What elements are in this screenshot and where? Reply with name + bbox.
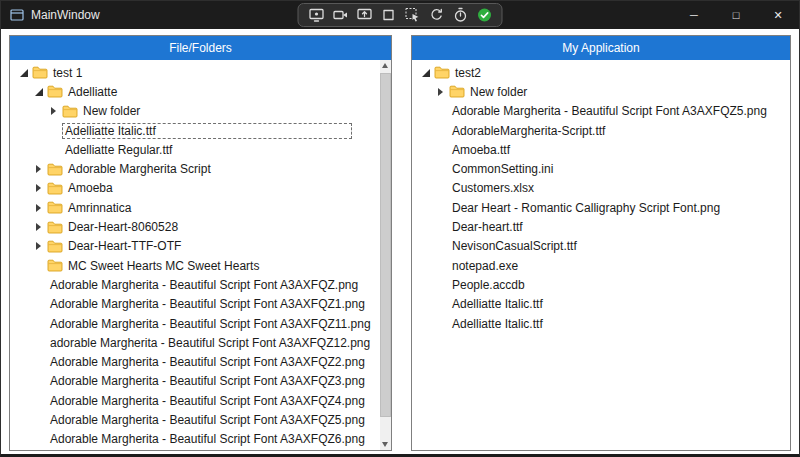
tree-item-folder[interactable]: Adelliatte	[10, 82, 380, 101]
tree-item-file[interactable]: CommonSetting.ini	[412, 159, 790, 178]
tree-item-label: Adorable Margherita - Beautiful Script F…	[449, 103, 770, 119]
tree-item-label: Adelliatte Regular.ttf	[62, 142, 175, 158]
region-select-icon[interactable]	[402, 5, 423, 25]
folder-icon	[434, 66, 452, 79]
display-share-icon[interactable]	[354, 5, 375, 25]
tree-item-file[interactable]: Amoeba.ttf	[412, 140, 790, 159]
tree-item-file[interactable]: Adelliatte Italic.ttf	[412, 295, 790, 314]
tree-item-file[interactable]: Adorable Margherita - Beautiful Script F…	[10, 410, 380, 429]
tree-item-file[interactable]: Adelliatte Italic.ttf	[412, 314, 790, 333]
window-title: MainWindow	[31, 8, 100, 22]
expander-spacer	[33, 356, 47, 368]
window-controls: ─ □ ✕	[673, 1, 799, 29]
tree-item-file[interactable]: Customers.xlsx	[412, 179, 790, 198]
tree-item-file[interactable]: Dear Heart - Romantic Calligraphy Script…	[412, 198, 790, 217]
expander-spacer	[33, 395, 47, 407]
stop-icon[interactable]	[378, 5, 399, 25]
expander-closed-icon[interactable]	[33, 240, 47, 252]
expander-closed-icon[interactable]	[33, 182, 47, 194]
scroll-down-button[interactable]	[380, 439, 391, 450]
expander-spacer	[48, 125, 62, 137]
tree-item-file[interactable]: Dear-heart.ttf	[412, 217, 790, 236]
expander-spacer	[33, 298, 47, 310]
tree-item-file[interactable]: People.accdb	[412, 275, 790, 294]
expander-open-icon[interactable]	[33, 86, 47, 98]
tree-item-folder[interactable]: test2	[412, 63, 790, 82]
tree-item-label: Dear-heart.ttf	[449, 219, 526, 235]
done-check-icon[interactable]	[474, 5, 495, 25]
expander-spacer	[435, 144, 449, 156]
app-icon	[10, 8, 24, 22]
tree-item-label: New folder	[80, 103, 143, 119]
tree-item-file[interactable]: Adorable Margherita - Beautiful Script F…	[10, 295, 380, 314]
my-application-header: My Application	[412, 36, 790, 60]
folder-icon	[47, 163, 65, 176]
tree-item-file[interactable]: Adorable Margherita - Beautiful Script F…	[10, 275, 380, 294]
expander-spacer	[435, 202, 449, 214]
expander-spacer	[435, 125, 449, 137]
close-button[interactable]: ✕	[757, 1, 799, 29]
maximize-button[interactable]: □	[715, 1, 757, 29]
refresh-icon[interactable]	[426, 5, 447, 25]
window-content: File/Folders test 1 Adelliatte New folde…	[1, 29, 799, 455]
tree-item-folder[interactable]: test 1	[10, 63, 380, 82]
tree-item-folder[interactable]: Adorable Margherita Script	[10, 159, 380, 178]
expander-open-icon[interactable]	[18, 67, 32, 79]
folder-icon	[62, 105, 80, 118]
tree-item-file[interactable]: Adorable Margherita - Beautiful Script F…	[10, 352, 380, 371]
tree-item-label: Adorable Margherita Script	[65, 161, 214, 177]
tree-item-file[interactable]: Adorable Margherita - Beautiful Script F…	[10, 430, 380, 449]
tree-item-file[interactable]: Adorable Margherita - Beautiful Script F…	[10, 391, 380, 410]
folder-icon	[449, 85, 467, 98]
tree-item-file[interactable]: Adelliatte Italic.ttf	[10, 121, 380, 140]
folder-icon	[47, 182, 65, 195]
expander-spacer	[33, 414, 47, 426]
folder-icon	[32, 66, 50, 79]
expander-closed-icon[interactable]	[33, 221, 47, 233]
tree-item-label: Adorable Margherita - Beautiful Script F…	[47, 316, 374, 332]
minimize-button[interactable]: ─	[673, 1, 715, 29]
tree-item-label: Adorable Margherita - Beautiful Script F…	[47, 296, 368, 312]
expander-spacer	[48, 144, 62, 156]
tree-item-file[interactable]: Adorable Margherita - Beautiful Script F…	[10, 372, 380, 391]
tree-item-file[interactable]: NevisonCasualScript.ttf	[412, 237, 790, 256]
tree-item-folder[interactable]: Amoeba	[10, 179, 380, 198]
tree-item-folder[interactable]: New folder	[10, 102, 380, 121]
expander-open-icon[interactable]	[420, 67, 434, 79]
tree-item-file[interactable]: AdorableMargherita-Script.ttf	[412, 121, 790, 140]
scrollbar-thumb[interactable]	[380, 73, 391, 417]
folder-icon	[47, 259, 65, 272]
file-folders-tree: test 1 Adelliatte New folderAdelliatte I…	[10, 60, 380, 450]
tree-item-file[interactable]: notepad.exe	[412, 256, 790, 275]
timer-icon[interactable]	[450, 5, 471, 25]
tree-item-file[interactable]: Adorable Margherita - Beautiful Script F…	[412, 102, 790, 121]
tree-item-file[interactable]: Adorable Margherita - Beautiful Script F…	[10, 449, 380, 450]
tree-item-folder[interactable]: MC Sweet Hearts MC Sweet Hearts	[10, 256, 380, 275]
tree-item-folder[interactable]: Dear-Heart-TTF-OTF	[10, 237, 380, 256]
capture-toolbar	[298, 3, 503, 27]
expander-spacer	[33, 433, 47, 445]
scroll-up-button[interactable]	[380, 60, 391, 71]
tree-item-label: NevisonCasualScript.ttf	[449, 238, 580, 254]
tree-item-file[interactable]: Adorable Margherita - Beautiful Script F…	[10, 314, 380, 333]
video-camera-icon[interactable]	[330, 5, 351, 25]
tree-item-label: Adelliatte Italic.ttf	[62, 123, 352, 139]
expander-closed-icon[interactable]	[435, 86, 449, 98]
tree-item-label: MC Sweet Hearts MC Sweet Hearts	[65, 258, 262, 274]
tree-item-folder[interactable]: Amrinnatica	[10, 198, 380, 217]
screen-record-icon[interactable]	[306, 5, 327, 25]
tree-item-folder[interactable]: New folder	[412, 82, 790, 101]
expander-closed-icon[interactable]	[48, 105, 62, 117]
expander-closed-icon[interactable]	[33, 202, 47, 214]
vertical-scrollbar[interactable]	[380, 60, 391, 450]
expander-spacer	[33, 260, 47, 272]
tree-item-folder[interactable]: Dear-Heart-8060528	[10, 217, 380, 236]
expander-spacer	[33, 318, 47, 330]
tree-item-label: test2	[452, 65, 484, 81]
expander-spacer	[33, 279, 47, 291]
expander-spacer	[435, 318, 449, 330]
expander-closed-icon[interactable]	[33, 163, 47, 175]
tree-item-file[interactable]: adorable Margherita - Beautiful Script F…	[10, 333, 380, 352]
tree-item-label: Amrinnatica	[65, 200, 134, 216]
tree-item-file[interactable]: Adelliatte Regular.ttf	[10, 140, 380, 159]
